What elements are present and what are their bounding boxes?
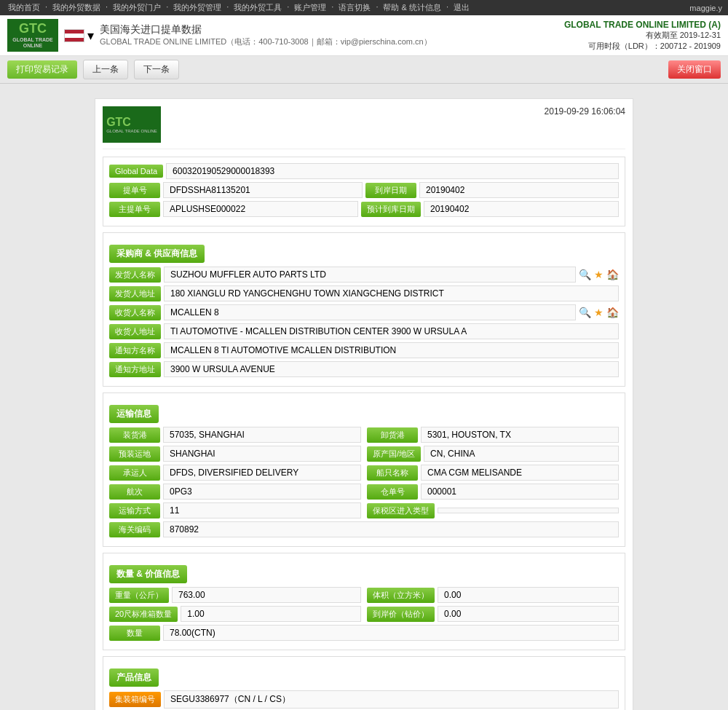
origin-country-label: 原产国/地区: [367, 446, 421, 462]
nav-account[interactable]: 账户管理: [294, 2, 326, 13]
search-shipper-icon[interactable]: 🔍: [579, 269, 591, 280]
consignee-name-label: 收货人名称: [109, 305, 161, 320]
qty-price-header: 数量 & 价值信息: [109, 565, 187, 583]
weight-col: 重量（公斤） 763.00: [109, 587, 361, 603]
nav-logout[interactable]: 退出: [454, 2, 470, 13]
us-flag: [64, 29, 84, 42]
container-20-value: 1.00: [181, 606, 361, 622]
bonded-col: 保税区进入类型: [367, 502, 619, 518]
main-bill-value: APLUSHSE000022: [163, 201, 358, 217]
nav-foreign-portal[interactable]: 我的外贸门户: [113, 2, 161, 13]
voyage-value: 0PG3: [163, 484, 361, 500]
header-left: GTCGLOBAL TRADE ONLINE ▾ 美国海关进口提单数据 GLOB…: [7, 19, 432, 52]
notify-name-label: 通知方名称: [109, 343, 161, 358]
customs-code-label: 海关编码: [109, 522, 160, 537]
nav-help[interactable]: 帮助 & 统计信息: [383, 2, 440, 13]
consignee-addr-value: TI AUTOMOTIVE - MCALLEN DISTRIBUTION CEN…: [164, 323, 619, 339]
volume-col: 体积（立方米） 0.00: [367, 587, 619, 603]
price-value: 0.00: [438, 606, 619, 622]
container-no-value: SEGU3386977（CN / L / CS）: [164, 690, 619, 709]
nav-foreign-tools[interactable]: 我的外贸工具: [234, 2, 282, 13]
global-data-row: Global Data 600320190529000018393: [109, 163, 619, 179]
ldr: 可用时段（LDR）：200712 - 201909: [564, 41, 721, 52]
page-title: 美国海关进口提单数据: [100, 23, 432, 36]
origin-port-value: 57035, SHANGHAI: [163, 427, 361, 443]
transport-header: 运输信息: [109, 405, 159, 423]
nav-foreign-mgmt[interactable]: 我的外贸管理: [173, 2, 221, 13]
username: maggie.y: [689, 4, 722, 12]
nav-trade-data[interactable]: 我的外贸数据: [52, 2, 100, 13]
bill-no-row: 提单号 DFDSSHA81135201 到岸日期 20190402: [109, 182, 619, 198]
container-20-col: 20尺标准箱数量 1.00: [109, 606, 361, 622]
qty-row: 数量 78.00(CTN): [109, 625, 619, 641]
origin-country-value: CN, CHINA: [424, 446, 619, 462]
shipper-addr-row: 发货人地址 180 XIANGLU RD YANGCHENGHU TOWN XI…: [109, 285, 619, 301]
notify-addr-label: 通知方地址: [109, 362, 161, 377]
main-bill-row: 主提单号 APLUSHSE000022 预计到库日期 20190402: [109, 201, 619, 217]
weight-label: 重量（公斤）: [109, 588, 169, 603]
nav-links[interactable]: 我的首页 · 我的外贸数据 · 我的外贸门户 · 我的外贸管理 · 我的外贸工具…: [6, 2, 472, 13]
shipper-name-label: 发货人名称: [109, 267, 161, 283]
notify-addr-row: 通知方地址 3900 W URSULA AVENUE: [109, 361, 619, 377]
carrier-vessel-row: 承运人 DFDS, DIVERSIFIED DELIVERY 船只名称 CMA …: [109, 465, 619, 481]
company-name: GLOBAL TRADE ONLINE LIMITED (A): [564, 20, 721, 30]
prev-button[interactable]: 上一条: [83, 60, 128, 79]
star-shipper-icon[interactable]: ★: [594, 269, 604, 280]
buyer-supplier-section: 采购商 & 供应商信息 发货人名称 SUZHOU MUFFLER AUTO PA…: [103, 232, 625, 387]
next-button[interactable]: 下一条: [134, 60, 179, 79]
shipper-name-row: 发货人名称 SUZHOU MUFFLER AUTO PARTS LTD 🔍 ★ …: [109, 267, 619, 283]
warehouse-value: 000001: [421, 484, 619, 500]
price-label: 到岸价（钻价）: [367, 607, 435, 622]
voyage-col: 航次 0PG3: [109, 484, 361, 500]
notify-addr-value: 3900 W URSULA AVENUE: [164, 361, 619, 377]
volume-value: 0.00: [438, 587, 619, 603]
close-button[interactable]: 关闭窗口: [668, 60, 721, 79]
star-consignee-icon[interactable]: ★: [594, 307, 604, 318]
weight-volume-row: 重量（公斤） 763.00 体积（立方米） 0.00: [109, 587, 619, 603]
qty-label: 数量: [109, 626, 160, 641]
customs-code-value: 870892: [163, 521, 619, 537]
consignee-name-row: 收货人名称 MCALLEN 8 🔍 ★ 🏠: [109, 304, 619, 320]
warehouse-label: 仓单号: [367, 484, 418, 500]
global-data-label: Global Data: [109, 165, 163, 178]
vessel-value: CMA CGM MELISANDE: [421, 465, 619, 481]
carrier-col: 承运人 DFDS, DIVERSIFIED DELIVERY: [109, 465, 361, 481]
est-arrival-value: 20190402: [424, 201, 619, 217]
nav-language[interactable]: 语言切换: [339, 2, 371, 13]
country-flag: ▾: [64, 28, 94, 44]
basic-info-section: Global Data 600320190529000018393 提单号 DF…: [103, 157, 625, 226]
print-button[interactable]: 打印贸易记录: [7, 60, 77, 79]
shipper-addr-label: 发货人地址: [109, 286, 161, 301]
voyage-label: 航次: [109, 484, 160, 500]
home-consignee-icon[interactable]: 🏠: [606, 307, 619, 318]
logo: GTCGLOBAL TRADE ONLINE: [7, 19, 58, 52]
container-price-row: 20尺标准箱数量 1.00 到岸价（钻价） 0.00: [109, 606, 619, 622]
timestamp: 2019-09-29 16:06:04: [545, 106, 625, 117]
page-header: GTCGLOBAL TRADE ONLINE ▾ 美国海关进口提单数据 GLOB…: [0, 15, 728, 56]
doc-logo: GTC GLOBAL TRADE ONLINE: [103, 106, 161, 143]
nav-home[interactable]: 我的首页: [8, 2, 40, 13]
toolbar: 打印贸易记录 上一条 下一条 关闭窗口: [0, 56, 728, 84]
vessel-label: 船只名称: [367, 465, 418, 481]
pre-transport-value: SHANGHAI: [163, 446, 361, 462]
search-consignee-icon[interactable]: 🔍: [579, 307, 591, 318]
bonded-label: 保税区进入类型: [367, 503, 435, 518]
home-shipper-icon[interactable]: 🏠: [606, 269, 619, 280]
price-col: 到岸价（钻价） 0.00: [367, 606, 619, 622]
bill-no-value: DFDSSHA81135201: [163, 182, 363, 198]
consignee-addr-row: 收货人地址 TI AUTOMOTIVE - MCALLEN DISTRIBUTI…: [109, 323, 619, 339]
consignee-addr-label: 收货人地址: [109, 324, 161, 339]
product-header: 产品信息: [109, 668, 159, 687]
origin-port-label: 装货港: [109, 427, 160, 443]
product-section: 产品信息 集装箱编号 SEGU3386977（CN / L / CS） 集装箱尺…: [103, 656, 625, 710]
shipper-name-value: SUZHOU MUFFLER AUTO PARTS LTD: [164, 267, 576, 283]
top-nav: 我的首页 · 我的外贸数据 · 我的外贸门户 · 我的外贸管理 · 我的外贸工具…: [0, 0, 728, 15]
qty-price-section: 数量 & 价值信息 重量（公斤） 763.00 体积（立方米） 0.00 20尺…: [103, 553, 625, 650]
volume-label: 体积（立方米）: [367, 588, 435, 603]
arrival-date-label: 到岸日期: [365, 183, 416, 198]
doc-header: GTC GLOBAL TRADE ONLINE 2019-09-29 16:06…: [103, 106, 625, 149]
shipper-addr-value: 180 XIANGLU RD YANGCHENGHU TOWN XIANGCHE…: [164, 285, 619, 301]
carrier-label: 承运人: [109, 465, 160, 481]
container-no-label: 集装箱编号: [109, 692, 161, 707]
est-arrival-label: 预计到库日期: [361, 202, 421, 217]
